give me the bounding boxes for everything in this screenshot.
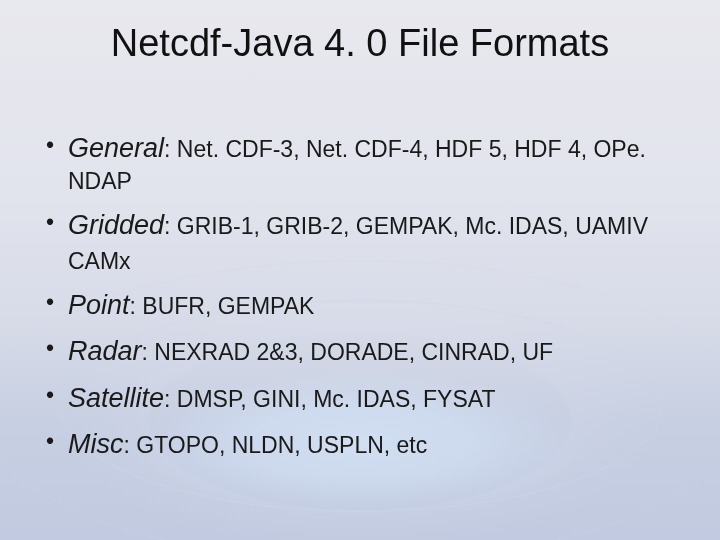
bullet-values: : DMSP, GINI, Mc. IDAS, FYSAT <box>164 386 495 412</box>
bullet-category: Gridded <box>68 210 164 240</box>
bullet-values: : BUFR, GEMPAK <box>130 293 315 319</box>
bullet-category: Misc <box>68 429 124 459</box>
list-item: Satellite: DMSP, GINI, Mc. IDAS, FYSAT <box>40 380 680 416</box>
bullet-subline: CAMx <box>68 246 680 277</box>
list-item: General: Net. CDF-3, Net. CDF-4, HDF 5, … <box>40 130 680 197</box>
slide: Netcdf-Java 4. 0 File Formats General: N… <box>0 0 720 540</box>
list-item: Misc: GTOPO, NLDN, USPLN, etc <box>40 426 680 462</box>
slide-title: Netcdf-Java 4. 0 File Formats <box>0 22 720 65</box>
bullet-list: General: Net. CDF-3, Net. CDF-4, HDF 5, … <box>40 130 680 463</box>
slide-body: General: Net. CDF-3, Net. CDF-4, HDF 5, … <box>40 130 680 473</box>
bullet-values: : GRIB-1, GRIB-2, GEMPAK, Mc. IDAS, UAMI… <box>164 213 648 239</box>
bullet-category: Satellite <box>68 383 164 413</box>
list-item: Radar: NEXRAD 2&3, DORADE, CINRAD, UF <box>40 333 680 369</box>
bullet-category: Radar <box>68 336 142 366</box>
bullet-values: : NEXRAD 2&3, DORADE, CINRAD, UF <box>142 339 554 365</box>
list-item: Point: BUFR, GEMPAK <box>40 287 680 323</box>
list-item: Gridded: GRIB-1, GRIB-2, GEMPAK, Mc. IDA… <box>40 207 680 276</box>
bullet-category: General <box>68 133 164 163</box>
bullet-category: Point <box>68 290 130 320</box>
bullet-values: : GTOPO, NLDN, USPLN, etc <box>124 432 428 458</box>
